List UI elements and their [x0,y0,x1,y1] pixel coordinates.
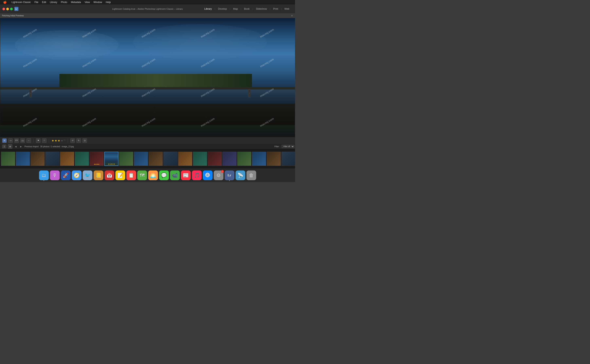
module-print[interactable]: Print [272,7,280,11]
thumb-image-10 [134,152,148,166]
crop-button[interactable]: ⊡ [82,138,87,143]
filmstrip-thumb-3[interactable] [31,152,45,166]
right-sidebar-toggle[interactable]: › [248,89,251,97]
people-view-button[interactable]: ○ [27,138,31,143]
filmstrip-thumb-8[interactable]: ★★★★★ [104,152,119,166]
rotate-right-button[interactable]: ↻ [76,138,81,143]
dock-item-trash[interactable]: 🗑 [246,170,256,180]
menu-edit[interactable]: Edit [40,0,48,4]
filmstrip-thumb-7[interactable]: ★★★★ [90,152,104,166]
dock-item-lightroom[interactable]: Lr [225,170,234,180]
current-collection-label: Previous Import [25,145,39,148]
dock-item-rocket[interactable]: 🚀 [61,170,71,180]
menu-photo[interactable]: Photo [59,0,69,4]
dock-item-bird[interactable]: 🐦 [83,170,93,180]
dock-item-safari[interactable]: 🧭 [72,170,81,180]
dock-item-messages[interactable]: 💬 [159,170,169,180]
dock-item-siri[interactable]: 🎙 [50,170,60,180]
dock-item-maps[interactable]: 🗺 [137,170,147,180]
menu-bar: 🍎 Lightroom Classic File Edit Library Ph… [0,0,295,4]
flag-icon[interactable]: ⚑ [36,138,40,143]
flag-rejected-icon[interactable]: ⚐ [42,138,46,143]
module-book[interactable]: Book [242,7,251,11]
loupe-view-button[interactable]: ▭ [8,138,13,143]
maximize-button[interactable] [10,8,13,10]
menu-window[interactable]: Window [92,0,104,4]
filter-dropdown[interactable]: Filter off [282,145,294,148]
compare-view-button[interactable]: XY [14,138,19,143]
filmstrip-thumb-17[interactable] [237,152,251,166]
dock-item-notes[interactable]: 📝 [115,170,125,180]
toolbar-sep-3 [68,139,68,143]
module-web[interactable]: Web [283,7,291,11]
fetch-close-button[interactable]: ✕ [291,14,293,17]
filmstrip-thumb-4[interactable] [45,152,60,166]
menu-library[interactable]: Library [48,0,59,4]
rotate-left-button[interactable]: ↺ [70,138,75,143]
filmstrip-thumb-14[interactable] [193,152,207,166]
menu-file[interactable]: File [33,0,40,4]
dock-item-contacts[interactable]: 📒 [94,170,103,180]
dock-item-appstore[interactable]: 🅐 [203,170,212,180]
filmstrip-thumb-20[interactable] [281,152,295,166]
menu-lightroom-classic[interactable]: Lightroom Classic [10,0,32,4]
filmstrip-thumb-1[interactable] [1,152,15,166]
dock-item-finder[interactable]: 🗂 [39,170,49,180]
module-develop[interactable]: Develop [216,7,228,11]
thumb-image-9 [119,152,133,166]
filmstrip-thumb-19[interactable] [267,152,281,166]
thumb-image-12 [164,152,177,166]
filmstrip-thumb-6[interactable] [75,152,89,166]
filmstrip-grid-icon[interactable]: ⊞ [8,144,12,149]
module-map[interactable]: Map [232,7,239,11]
dock-item-photos[interactable]: 🌅 [148,170,158,180]
module-library[interactable]: Library [203,7,213,11]
filmstrip-thumb-10[interactable] [134,152,148,166]
apple-menu[interactable]: 🍎 [2,0,8,4]
module-slideshow[interactable]: Slideshow [254,7,269,11]
dock-item-calendar[interactable]: 📅 [105,170,114,180]
dock-item-facetime[interactable]: 📹 [170,170,180,180]
dock-item-news[interactable]: 📰 [181,170,191,180]
thumb-stars-8: ★★★★★ [108,163,115,165]
dock-item-music[interactable]: 🎵 [192,170,202,180]
star-rating[interactable]: ★ ★ ★ ★ ½ [52,139,65,142]
grid-view-button[interactable]: ⊞ [2,138,7,143]
page-number: 1 [2,145,6,148]
dock: 🗂🎙🚀🧭🐦📒📅📝📋🗺🌅💬📹📰🎵🅐⚙1Lr📡🗑 [0,168,295,182]
fetch-text: Fetching Initial Previews [2,14,24,17]
dock-item-airdrop[interactable]: 📡 [236,170,245,180]
filmstrip-thumb-12[interactable] [163,152,178,166]
survey-view-button[interactable]: ▯▯ [20,138,25,143]
main-image-area[interactable]: macmj.com macmj.com macmj.com macmj.com … [0,18,295,137]
filmstrip-thumb-11[interactable] [149,152,163,166]
toolbar-sep-1 [33,139,33,143]
menu-view[interactable]: View [83,0,92,4]
filmstrip-thumb-15[interactable] [208,152,222,166]
left-sidebar-toggle[interactable]: ‹ [29,89,32,97]
minimize-button[interactable] [6,8,9,10]
filmstrip-thumb-9[interactable] [119,152,133,166]
thumb-image-11 [149,152,163,166]
photo-count: 30 photos / 1 selected [40,145,60,148]
filmstrip-thumb-18[interactable] [252,152,266,166]
filmstrip-thumb-13[interactable] [178,152,192,166]
thumb-image-2 [16,152,30,166]
dock-item-reminders[interactable]: 📋 [126,170,136,180]
dock-item-system-prefs[interactable]: ⚙1 [214,170,223,180]
thumb-stars-7: ★★★★ [94,163,99,165]
menu-help[interactable]: Help [104,0,113,4]
filmstrip-next-button[interactable]: ▶ [19,145,23,148]
thumb-image-16 [223,152,236,166]
filmstrip-thumb-16[interactable] [222,152,237,166]
menu-metadata[interactable]: Metadata [69,0,82,4]
close-button[interactable] [2,8,5,10]
filmstrip[interactable]: ★★★★★★★★★ [0,149,295,168]
dock-dot-finder [43,180,44,181]
filmstrip-thumb-2[interactable] [16,152,30,166]
thumb-image-15 [208,152,222,166]
filmstrip-thumb-5[interactable] [60,152,74,166]
dock-dot-lightroom [229,180,230,181]
center-content: macmj.com macmj.com macmj.com macmj.com … [0,18,295,168]
filmstrip-prev-button[interactable]: ◀ [14,145,18,148]
